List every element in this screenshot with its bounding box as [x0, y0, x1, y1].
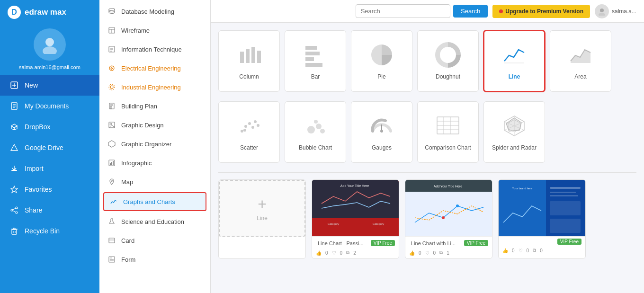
svg-rect-66	[305, 52, 320, 55]
sidebar-item-recycle-bin[interactable]: Recycle Bin	[0, 221, 99, 241]
svg-rect-111	[550, 201, 581, 215]
template-line-chart-passi[interactable]: Add Your Title Here Category Category Li…	[312, 179, 399, 259]
sidebar-item-my-documents[interactable]: My Documents	[0, 96, 99, 116]
svg-text:Add Your Title Here: Add Your Title Here	[434, 185, 462, 188]
middle-item-information-technique[interactable]: Information Technique	[99, 40, 210, 59]
sidebar-item-google-drive[interactable]: Google Drive	[0, 137, 99, 158]
svg-rect-110	[550, 195, 578, 196]
sidebar-item-dropbox-label: DropBox	[25, 123, 50, 131]
avatar	[34, 28, 66, 61]
logo[interactable]: D edraw max	[0, 0, 99, 25]
graphic-organizer-icon	[107, 139, 116, 149]
chart-type-spider-radar[interactable]: Spider and Radar	[483, 101, 545, 163]
template-line-chart-with-li[interactable]: Add Your Title Here Line Chart with Li..…	[405, 179, 492, 259]
li-copy-icon: ⧉	[439, 250, 443, 256]
sidebar-item-import-label: Import	[25, 165, 44, 172]
svg-rect-65	[305, 46, 317, 50]
form-icon	[107, 255, 116, 264]
middle-item-graphic-organizer[interactable]: Graphic Organizer	[99, 134, 210, 153]
chart-type-area[interactable]: Area	[550, 30, 611, 92]
template-new-line[interactable]: + Line	[218, 179, 306, 259]
chart-type-bubble[interactable]: Bubble Chart	[285, 101, 346, 163]
divider	[218, 172, 636, 173]
chart-type-gauges[interactable]: Gauges	[351, 101, 412, 163]
sidebar: D edraw max salma.amin16@gmail.com New M…	[0, 0, 99, 293]
sidebar-item-google-drive-label: Google Drive	[25, 144, 63, 151]
chart-type-scatter[interactable]: Scatter	[218, 101, 280, 163]
svg-marker-9	[11, 124, 17, 128]
spider-radar-icon	[501, 113, 527, 141]
sidebar-item-recycle-bin-label: Recycle Bin	[25, 227, 60, 235]
favorites-icon	[9, 185, 19, 194]
li-label: Line Chart with Li...	[409, 239, 457, 247]
middle-item-card[interactable]: Card	[99, 231, 210, 250]
graphs-and-charts-icon	[109, 197, 118, 206]
middle-item-database-modeling[interactable]: Database Modeling	[99, 2, 210, 21]
sidebar-item-dropbox[interactable]: DropBox	[0, 116, 99, 137]
svg-rect-112	[550, 219, 581, 233]
middle-item-infographic[interactable]: Infographic	[99, 153, 210, 172]
passi-stats: 👍 0 ♡ 0 ⧉ 2	[312, 249, 399, 258]
svg-rect-61	[240, 52, 244, 63]
passi-label: Line Chart - Passi...	[316, 239, 366, 247]
middle-item-electrical-engineering[interactable]: Electrical Engineering	[99, 59, 210, 78]
chart-type-pie[interactable]: Pie	[351, 30, 412, 92]
t3-like-count: 0	[512, 248, 515, 253]
sidebar-item-favorites[interactable]: Favorites	[0, 179, 99, 200]
search-button[interactable]: Search	[453, 5, 488, 18]
svg-point-74	[251, 126, 254, 129]
user-avatar	[595, 4, 609, 18]
line-chart-icon	[501, 42, 527, 70]
svg-point-59	[600, 9, 604, 12]
doughnut-label: Doughnut	[436, 73, 460, 80]
middle-item-building-plan[interactable]: Building Plan	[99, 97, 210, 115]
svg-rect-63	[251, 47, 255, 63]
svg-rect-53	[109, 238, 115, 243]
fav-icon: ♡	[332, 250, 336, 256]
middle-item-graphic-design[interactable]: Graphic Design	[99, 115, 210, 134]
middle-item-industrial-engineering[interactable]: Industrial Engineering	[99, 78, 210, 97]
template-3[interactable]: Your brand here VIP Free 👍 0	[498, 179, 586, 259]
t3-copy-icon: ⧉	[533, 248, 536, 253]
svg-marker-94	[506, 118, 521, 131]
upgrade-button[interactable]: Upgrade to Premium Version	[492, 5, 590, 18]
chart-type-doughnut[interactable]: Doughnut	[417, 30, 479, 92]
svg-point-71	[244, 125, 247, 128]
area-chart-icon	[568, 42, 593, 70]
svg-marker-11	[11, 126, 14, 130]
template-li-preview: Add Your Title Here	[405, 180, 492, 237]
search-input[interactable]	[356, 4, 450, 18]
svg-rect-62	[246, 49, 250, 63]
template-3-footer: VIP Free	[499, 237, 585, 247]
middle-item-map[interactable]: Map	[99, 172, 210, 191]
sidebar-item-new[interactable]: New	[0, 75, 99, 96]
sidebar-item-import[interactable]: Import	[0, 158, 99, 179]
li-fav-icon: ♡	[425, 250, 429, 256]
chart-type-comparison[interactable]: Comparison Chart	[417, 101, 479, 163]
database-modeling-icon	[107, 7, 116, 16]
fav-count: 0	[340, 250, 343, 256]
middle-item-wireframe[interactable]: Wireframe	[99, 21, 210, 40]
upgrade-label: Upgrade to Premium Version	[505, 8, 583, 15]
information-technique-icon	[107, 44, 116, 54]
import-icon	[9, 164, 19, 173]
bubble-label: Bubble Chart	[299, 144, 332, 151]
svg-rect-109	[550, 192, 576, 193]
svg-marker-15	[11, 186, 18, 193]
chart-type-column[interactable]: Column	[218, 30, 280, 92]
svg-point-17	[11, 209, 13, 211]
new-line-label: Line	[257, 215, 268, 222]
middle-item-science-and-education[interactable]: Science and Education	[99, 212, 210, 231]
svg-marker-45	[109, 125, 115, 128]
recycle-bin-icon	[9, 226, 19, 236]
wireframe-icon	[107, 26, 116, 35]
chart-type-bar[interactable]: Bar	[285, 30, 346, 92]
chart-type-grid-2: Scatter Bubble Chart	[218, 101, 636, 163]
sidebar-item-share[interactable]: Share	[0, 200, 99, 221]
chart-type-line[interactable]: Line	[483, 30, 545, 92]
middle-item-form[interactable]: Form	[99, 250, 210, 269]
middle-item-graphs-and-charts[interactable]: Graphs and Charts	[103, 192, 206, 211]
svg-point-60	[599, 13, 605, 16]
graphic-design-icon	[107, 120, 116, 130]
spider-radar-label: Spider and Radar	[492, 144, 537, 151]
